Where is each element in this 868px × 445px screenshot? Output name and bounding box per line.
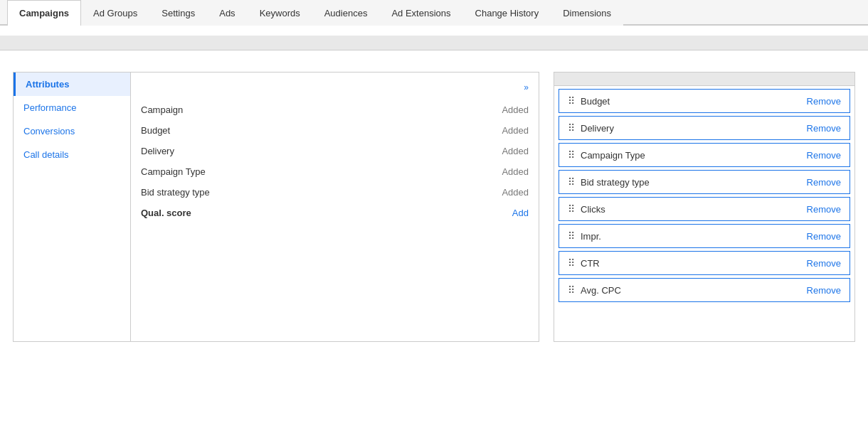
- attr-row: Qual. scoreAdd: [131, 203, 539, 223]
- drag-handle-icon[interactable]: [568, 203, 575, 215]
- fixed-column-campaign: [554, 73, 854, 86]
- drag-handle-icon[interactable]: [568, 176, 575, 188]
- tab-ads[interactable]: Ads: [207, 0, 247, 26]
- attr-status: Added: [502, 166, 529, 177]
- chevron-double-icon: »: [524, 82, 529, 92]
- remove-column-button[interactable]: Remove: [807, 96, 841, 107]
- remove-column-button[interactable]: Remove: [807, 177, 841, 188]
- tabs-bar: CampaignsAd GroupsSettingsAdsKeywordsAud…: [0, 0, 868, 26]
- selected-col-left: CTR: [568, 257, 600, 269]
- selected-col-left: Impr.: [568, 230, 601, 242]
- selected-col-left: Clicks: [568, 203, 605, 215]
- attr-status: Added: [502, 125, 529, 136]
- attr-row: CampaignAdded: [131, 100, 539, 120]
- selected-columns-list: BudgetRemoveDeliveryRemoveCampaign TypeR…: [554, 89, 854, 302]
- attr-add-link[interactable]: Add: [512, 208, 529, 218]
- selected-col-name: Clicks: [581, 204, 605, 215]
- selected-columns-section: BudgetRemoveDeliveryRemoveCampaign TypeR…: [554, 65, 855, 342]
- tab-change-history[interactable]: Change History: [463, 0, 551, 26]
- tab-settings[interactable]: Settings: [149, 0, 207, 26]
- attr-name: Qual. score: [141, 208, 191, 218]
- selected-columns-box: BudgetRemoveDeliveryRemoveCampaign TypeR…: [554, 72, 855, 342]
- columns-area: AttributesPerformanceConversionsCall det…: [13, 72, 539, 342]
- remove-column-button[interactable]: Remove: [807, 204, 841, 215]
- sidebar-item-attributes[interactable]: Attributes: [14, 73, 130, 96]
- drag-handle-icon[interactable]: [568, 230, 575, 242]
- tab-dimensions[interactable]: Dimensions: [551, 0, 623, 26]
- selected-col-name: Avg. CPC: [581, 285, 621, 296]
- attributes-list: » CampaignAddedBudgetAddedDeliveryAddedC…: [131, 73, 539, 341]
- drag-handle-icon[interactable]: [568, 122, 575, 134]
- selected-col-item: Bid strategy typeRemove: [559, 170, 850, 194]
- selected-col-name: Campaign Type: [581, 150, 645, 161]
- attr-row: BudgetAdded: [131, 120, 539, 141]
- attr-status: Added: [502, 146, 529, 156]
- attr-row: Bid strategy typeAdded: [131, 182, 539, 203]
- main-content: AttributesPerformanceConversionsCall det…: [0, 50, 868, 356]
- selected-col-item: Campaign TypeRemove: [559, 143, 850, 167]
- sidebar-item-conversions[interactable]: Conversions: [14, 119, 130, 143]
- attr-name: Campaign: [141, 104, 183, 115]
- attr-status: Added: [502, 104, 529, 115]
- remove-column-button[interactable]: Remove: [807, 123, 841, 134]
- selected-col-item: DeliveryRemove: [559, 116, 850, 140]
- drag-handle-icon[interactable]: [568, 95, 575, 107]
- attr-row: DeliveryAdded: [131, 141, 539, 161]
- selected-col-name: Delivery: [581, 123, 614, 134]
- tab-ad-extensions[interactable]: Ad Extensions: [379, 0, 462, 26]
- remove-column-button[interactable]: Remove: [807, 231, 841, 242]
- add-all-row: »: [131, 78, 539, 100]
- selected-col-item: Impr.Remove: [559, 224, 850, 248]
- tab-audiences[interactable]: Audiences: [312, 0, 380, 26]
- attr-name: Budget: [141, 125, 170, 136]
- selected-col-name: Bid strategy type: [581, 177, 650, 188]
- remove-column-button[interactable]: Remove: [807, 258, 841, 269]
- modify-columns-header: [0, 36, 868, 50]
- remove-column-button[interactable]: Remove: [807, 150, 841, 161]
- selected-col-item: CTRRemove: [559, 251, 850, 275]
- selected-col-name: Impr.: [581, 231, 601, 242]
- selected-col-left: Bid strategy type: [568, 176, 650, 188]
- tab-list: CampaignsAd GroupsSettingsAdsKeywordsAud…: [0, 0, 868, 26]
- attributes-list-items: CampaignAddedBudgetAddedDeliveryAddedCam…: [131, 100, 539, 223]
- selected-col-left: Delivery: [568, 122, 614, 134]
- attr-status: Added: [502, 187, 529, 198]
- sidebar-item-performance[interactable]: Performance: [14, 96, 130, 119]
- selected-col-name: CTR: [581, 258, 600, 269]
- selected-col-item: Avg. CPCRemove: [559, 278, 850, 302]
- tab-ad-groups[interactable]: Ad Groups: [81, 0, 149, 26]
- selected-col-left: Campaign Type: [568, 149, 645, 161]
- drag-handle-icon[interactable]: [568, 284, 575, 296]
- attr-name: Campaign Type: [141, 166, 206, 177]
- remove-column-button[interactable]: Remove: [807, 285, 841, 296]
- selected-col-name: Budget: [581, 96, 610, 107]
- sidebar-item-call-details[interactable]: Call details: [14, 143, 130, 166]
- drag-handle-icon[interactable]: [568, 257, 575, 269]
- tab-keywords[interactable]: Keywords: [248, 0, 312, 26]
- selected-col-left: Avg. CPC: [568, 284, 621, 296]
- attr-row: Campaign TypeAdded: [131, 161, 539, 182]
- attr-name: Bid strategy type: [141, 187, 210, 198]
- drag-handle-icon[interactable]: [568, 149, 575, 161]
- selected-col-left: Budget: [568, 95, 610, 107]
- selected-col-item: BudgetRemove: [559, 89, 850, 113]
- attribute-sidebar: AttributesPerformanceConversionsCall det…: [14, 73, 131, 341]
- tab-campaigns[interactable]: Campaigns: [7, 0, 81, 26]
- attr-name: Delivery: [141, 146, 174, 156]
- selected-col-item: ClicksRemove: [559, 197, 850, 221]
- available-columns-section: AttributesPerformanceConversionsCall det…: [13, 65, 539, 342]
